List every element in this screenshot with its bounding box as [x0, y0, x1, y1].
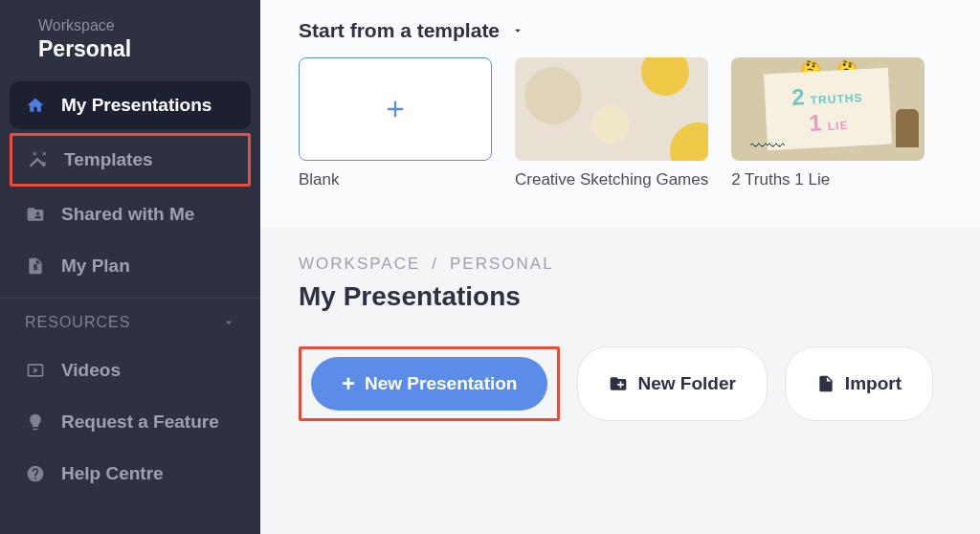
button-label: Import — [845, 373, 902, 394]
new-folder-button[interactable]: New Folder — [577, 346, 767, 421]
template-name: Blank — [299, 170, 492, 189]
import-icon — [816, 374, 835, 393]
sidebar-item-label: My Presentations — [61, 95, 212, 116]
breadcrumb-separator: / — [432, 255, 438, 274]
new-presentation-button[interactable]: + New Presentation — [311, 357, 547, 411]
button-label: New Presentation — [365, 373, 517, 394]
sidebar-item-videos[interactable]: Videos — [10, 346, 251, 394]
main-content: Start from a template Blank Creative Ske… — [260, 0, 980, 534]
sidebar-item-my-presentations[interactable]: My Presentations — [10, 81, 251, 129]
file-dollar-icon — [25, 256, 46, 277]
sidebar-item-request-feature[interactable]: Request a Feature — [10, 398, 251, 446]
plus-icon — [382, 96, 409, 122]
page-title: My Presentations — [299, 281, 942, 312]
highlighted-wrapper: + New Presentation — [299, 346, 560, 421]
sidebar-item-help-centre[interactable]: Help Centre — [10, 450, 251, 498]
template-name: 2 Truths 1 Lie — [731, 170, 924, 189]
template-card-sketching[interactable]: Creative Sketching Games — [515, 57, 708, 189]
bulb-icon — [25, 412, 46, 433]
template-cards: Blank Creative Sketching Games 🤔 🤔 — [299, 57, 942, 189]
import-button[interactable]: Import — [785, 346, 933, 421]
video-icon — [25, 360, 46, 381]
home-icon — [25, 95, 46, 116]
sidebar-item-label: My Plan — [61, 256, 130, 277]
button-label: New Folder — [637, 373, 735, 394]
template-card-blank[interactable]: Blank — [299, 57, 492, 189]
template-thumbnail — [515, 57, 708, 161]
sidebar-item-label: Templates — [64, 149, 153, 170]
nav-primary: My Presentations Templates Shared with M… — [0, 81, 260, 290]
template-card-truths[interactable]: 🤔 🤔 2 TRUTHS 1 LIE 〰〰 — [731, 57, 924, 189]
resources-section-header[interactable]: RESOURCES — [0, 298, 260, 346]
breadcrumb: WORKSPACE / PERSONAL — [299, 255, 942, 274]
action-buttons: + New Presentation New Folder Import — [299, 346, 942, 421]
sidebar-item-my-plan[interactable]: My Plan — [10, 242, 251, 290]
workspace-name: Personal — [38, 36, 239, 62]
template-section: Start from a template Blank Creative Ske… — [260, 0, 980, 228]
sidebar-item-label: Shared with Me — [61, 204, 194, 225]
folder-plus-icon — [609, 374, 628, 393]
sidebar: Workspace Personal My Presentations Temp… — [0, 0, 260, 534]
sidebar-item-templates[interactable]: Templates — [10, 133, 251, 187]
template-header-label: Start from a template — [299, 19, 500, 42]
sidebar-item-label: Request a Feature — [61, 412, 219, 433]
wand-icon — [28, 149, 49, 170]
workspace-header[interactable]: Workspace Personal — [0, 17, 260, 81]
chevron-down-icon — [222, 316, 235, 329]
help-icon — [25, 463, 46, 484]
template-thumbnail: 🤔 🤔 2 TRUTHS 1 LIE 〰〰 — [731, 57, 924, 161]
folder-shared-icon — [25, 204, 46, 225]
template-section-header[interactable]: Start from a template — [299, 19, 942, 42]
presentations-section: WORKSPACE / PERSONAL My Presentations + … — [260, 228, 980, 534]
nav-resources: Videos Request a Feature Help Centre — [0, 346, 260, 498]
workspace-label: Workspace — [38, 17, 239, 34]
chevron-down-icon — [511, 24, 524, 37]
template-thumbnail — [299, 57, 492, 161]
section-header-label: RESOURCES — [25, 314, 130, 331]
breadcrumb-current: PERSONAL — [450, 255, 554, 274]
sidebar-item-label: Videos — [61, 360, 121, 381]
sidebar-item-label: Help Centre — [61, 463, 164, 484]
breadcrumb-workspace[interactable]: WORKSPACE — [299, 255, 420, 274]
plus-icon: + — [342, 372, 355, 395]
sidebar-item-shared[interactable]: Shared with Me — [10, 190, 251, 238]
template-name: Creative Sketching Games — [515, 170, 708, 189]
